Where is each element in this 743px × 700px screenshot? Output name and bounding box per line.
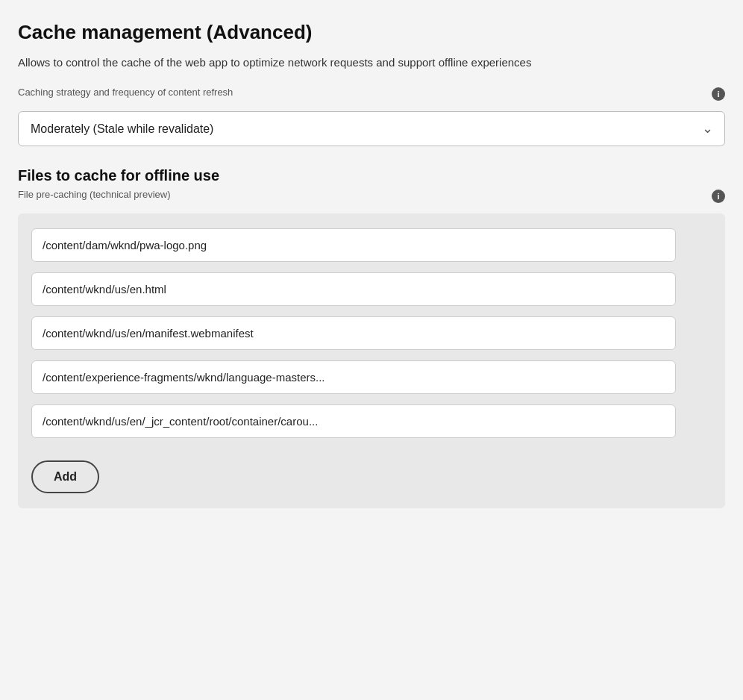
move-button-4[interactable] — [703, 374, 712, 380]
caching-strategy-dropdown-wrapper: Moderately (Stale while revalidate) Freq… — [18, 111, 725, 146]
add-button[interactable]: Add — [31, 460, 99, 493]
files-section-container: Add — [18, 213, 725, 508]
pre-cache-info-icon[interactable]: i — [712, 190, 725, 203]
move-button-2[interactable] — [703, 286, 712, 292]
file-input-3[interactable] — [31, 316, 676, 350]
move-button-5[interactable] — [703, 418, 712, 424]
file-input-2[interactable] — [31, 272, 676, 306]
caching-strategy-info-icon[interactable]: i — [712, 87, 725, 101]
file-row — [31, 272, 712, 306]
move-button-1[interactable] — [703, 242, 712, 248]
file-input-1[interactable] — [31, 228, 676, 262]
files-section-heading: Files to cache for offline use — [18, 167, 725, 184]
file-input-5[interactable] — [31, 404, 676, 438]
file-input-4[interactable] — [31, 360, 676, 394]
delete-button-4[interactable] — [685, 374, 694, 380]
pre-cache-label: File pre-caching (technical preview) — [18, 189, 170, 200]
delete-button-3[interactable] — [685, 330, 694, 336]
caching-strategy-label: Caching strategy and frequency of conten… — [18, 87, 233, 98]
page-description: Allows to control the cache of the web a… — [18, 54, 725, 72]
file-row — [31, 316, 712, 350]
caching-strategy-select[interactable]: Moderately (Stale while revalidate) Freq… — [18, 111, 725, 146]
delete-button-2[interactable] — [685, 286, 694, 292]
move-button-3[interactable] — [703, 330, 712, 336]
page-title: Cache management (Advanced) — [18, 21, 725, 44]
file-row — [31, 404, 712, 438]
delete-button-1[interactable] — [685, 242, 694, 248]
file-row — [31, 228, 712, 262]
file-row — [31, 360, 712, 394]
delete-button-5[interactable] — [685, 418, 694, 424]
